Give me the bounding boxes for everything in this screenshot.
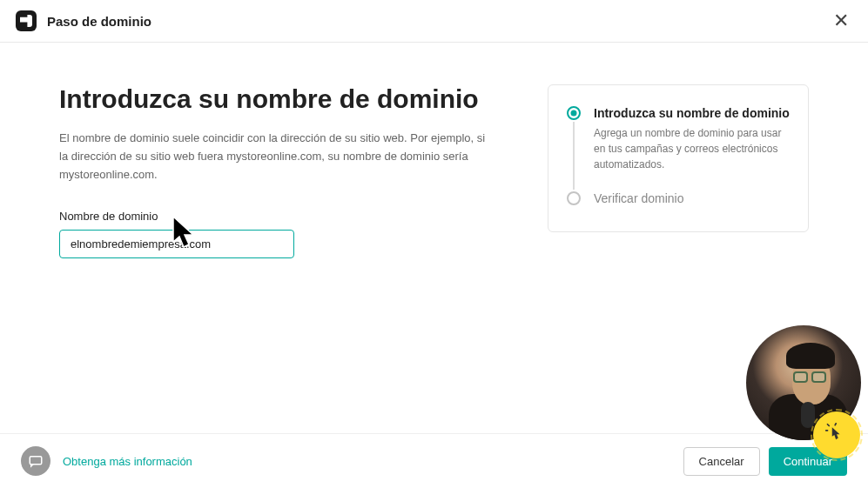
domain-input[interactable] bbox=[59, 230, 294, 258]
step-marker bbox=[566, 106, 582, 191]
click-hint-icon bbox=[813, 411, 860, 458]
step-title: Introduzca su nombre de dominio bbox=[594, 106, 791, 120]
main-content: Introduzca su nombre de dominio El nombr… bbox=[0, 43, 868, 258]
step-circle-active-icon bbox=[567, 106, 581, 120]
help-link[interactable]: Obtenga más información bbox=[63, 455, 192, 468]
page-description: El nombre de dominio suele coincidir con… bbox=[59, 130, 495, 184]
step-title: Verificar dominio bbox=[594, 191, 684, 205]
steps-panel: Introduzca su nombre de dominio Agrega u… bbox=[548, 84, 809, 232]
step-description: Agrega un nombre de dominio para usar en… bbox=[594, 125, 791, 172]
step-circle-inactive-icon bbox=[567, 191, 581, 205]
cancel-button[interactable]: Cancelar bbox=[683, 447, 760, 476]
chat-help-icon[interactable] bbox=[21, 446, 50, 476]
modal-title: Paso de dominio bbox=[47, 14, 151, 29]
header-left: Paso de dominio bbox=[16, 10, 151, 31]
close-icon[interactable]: ✕ bbox=[830, 10, 852, 32]
modal-header: Paso de dominio ✕ bbox=[0, 0, 868, 43]
step-connector bbox=[573, 122, 575, 190]
step-item: Verificar dominio bbox=[566, 191, 791, 211]
app-logo-icon bbox=[16, 10, 37, 31]
step-item: Introduzca su nombre de dominio Agrega u… bbox=[566, 106, 791, 191]
page-heading: Introduzca su nombre de dominio bbox=[59, 84, 495, 114]
footer-left: Obtenga más información bbox=[21, 446, 192, 476]
form-column: Introduzca su nombre de dominio El nombr… bbox=[59, 84, 495, 258]
step-marker bbox=[566, 191, 582, 211]
step-body: Introduzca su nombre de dominio Agrega u… bbox=[594, 106, 791, 191]
modal-footer: Obtenga más información Cancelar Continu… bbox=[0, 433, 868, 488]
domain-input-label: Nombre de dominio bbox=[59, 210, 495, 223]
step-body: Verificar dominio bbox=[594, 191, 684, 211]
